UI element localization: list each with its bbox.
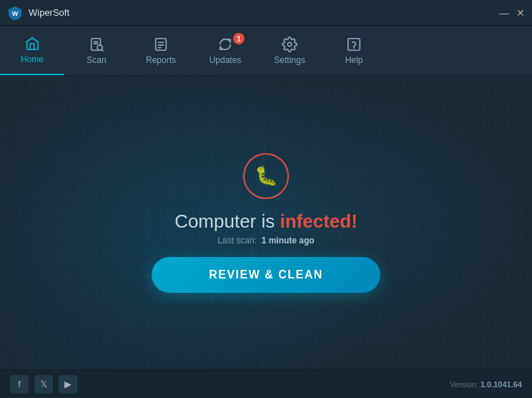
nav-label-reports: Reports	[146, 55, 176, 65]
review-clean-button[interactable]: REVIEW & CLEAN	[152, 257, 380, 293]
bug-circle: 🐛	[243, 153, 289, 199]
nav-item-settings[interactable]: Settings	[257, 26, 322, 75]
last-scan-value: 1 minute ago	[262, 236, 315, 246]
nav-item-home[interactable]: Home	[0, 26, 64, 75]
reports-icon	[153, 37, 169, 52]
last-scan-label: Last scan:	[217, 236, 257, 246]
window-controls: — ✕	[499, 7, 525, 19]
footer: f 𝕏 ▶ Version: 1.0.1041.64	[0, 369, 532, 398]
close-button[interactable]: ✕	[516, 7, 525, 19]
twitter-button[interactable]: 𝕏	[34, 375, 53, 394]
social-icons: f 𝕏 ▶	[10, 375, 77, 394]
app-logo: W	[7, 5, 23, 21]
updates-badge: 1	[233, 33, 245, 44]
youtube-button[interactable]: ▶	[59, 375, 77, 394]
svg-point-10	[287, 42, 292, 47]
app-title: WiperSoft	[29, 7, 499, 18]
status-text: Computer is infected! Last scan: 1 minut…	[174, 210, 358, 246]
help-icon	[346, 37, 362, 52]
nav-label-settings: Settings	[274, 55, 305, 65]
nav-item-scan[interactable]: Scan	[64, 26, 129, 75]
twitter-icon: 𝕏	[40, 379, 47, 389]
titlebar: W WiperSoft — ✕	[0, 0, 532, 26]
version-label: Version:	[450, 380, 478, 389]
version-value: 1.0.1041.64	[481, 380, 522, 389]
bug-icon: 🐛	[255, 165, 277, 187]
svg-line-3	[102, 49, 103, 51]
nav-label-scan: Scan	[87, 55, 106, 65]
main-content: 🐛 Computer is infected! Last scan: 1 min…	[0, 76, 532, 369]
nav-label-updates: Updates	[210, 55, 242, 65]
nav-item-help[interactable]: Help	[322, 26, 386, 75]
minimize-button[interactable]: —	[499, 7, 509, 19]
svg-point-12	[354, 47, 355, 48]
svg-rect-6	[156, 38, 167, 50]
status-prefix: Computer is	[174, 210, 280, 232]
youtube-icon: ▶	[64, 379, 72, 389]
nav-item-updates[interactable]: Updates 1	[193, 26, 257, 75]
facebook-button[interactable]: f	[10, 375, 29, 394]
version-info: Version: 1.0.1041.64	[450, 380, 522, 389]
nav-label-help: Help	[345, 55, 363, 65]
settings-icon	[282, 37, 297, 52]
scan-icon	[89, 37, 104, 52]
navbar: Home Scan Reports Updates 1	[0, 26, 532, 76]
facebook-icon: f	[18, 379, 21, 389]
status-sub-line: Last scan: 1 minute ago	[174, 236, 358, 246]
status-main-line: Computer is infected!	[174, 210, 358, 233]
status-infected: infected!	[280, 210, 358, 232]
svg-text:W: W	[12, 10, 19, 17]
nav-item-reports[interactable]: Reports	[129, 26, 193, 75]
updates-icon	[217, 37, 233, 52]
home-icon	[24, 36, 40, 52]
nav-label-home: Home	[21, 54, 44, 64]
